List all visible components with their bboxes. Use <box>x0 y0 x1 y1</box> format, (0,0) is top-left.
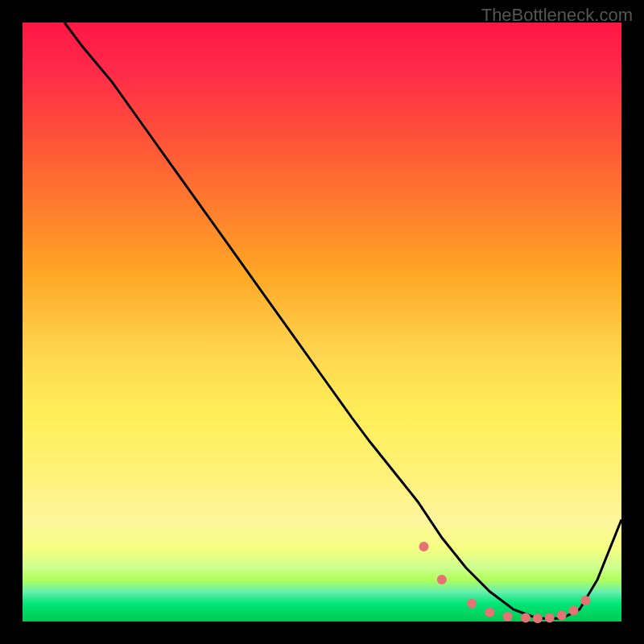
data-dot <box>569 606 579 616</box>
data-dot <box>545 613 555 623</box>
data-dot <box>467 599 477 609</box>
watermark-text: TheBottleneck.com <box>481 5 633 26</box>
chart-svg <box>23 23 621 621</box>
data-dot <box>437 575 447 584</box>
plot-area <box>23 23 621 621</box>
dots-group <box>419 542 591 623</box>
data-dot <box>503 612 513 621</box>
data-dot <box>521 613 530 623</box>
curve-path <box>64 23 621 618</box>
data-dot <box>419 542 429 551</box>
data-dot <box>557 611 567 621</box>
data-dot <box>580 596 590 605</box>
data-dot <box>485 608 494 617</box>
data-dot <box>533 613 543 623</box>
